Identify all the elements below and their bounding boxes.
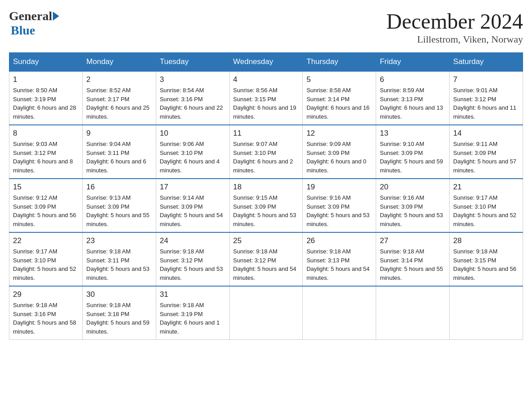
calendar-cell: 15Sunrise: 9:12 AMSunset: 3:09 PMDayligh… <box>9 179 83 232</box>
day-number: 18 <box>233 183 299 192</box>
day-info: Sunrise: 9:03 AMSunset: 3:12 PMDaylight:… <box>13 140 79 175</box>
calendar-cell: 28Sunrise: 9:18 AMSunset: 3:15 PMDayligh… <box>450 232 523 286</box>
calendar-cell: 25Sunrise: 9:18 AMSunset: 3:12 PMDayligh… <box>229 232 303 286</box>
calendar-cell: 16Sunrise: 9:13 AMSunset: 3:09 PMDayligh… <box>82 179 156 232</box>
calendar-week-row: 29Sunrise: 9:18 AMSunset: 3:16 PMDayligh… <box>9 286 523 340</box>
day-info: Sunrise: 9:18 AMSunset: 3:12 PMDaylight:… <box>233 247 299 282</box>
day-number: 11 <box>233 129 299 138</box>
day-info: Sunrise: 9:16 AMSunset: 3:09 PMDaylight:… <box>306 193 372 228</box>
day-info: Sunrise: 9:09 AMSunset: 3:09 PMDaylight:… <box>306 140 372 175</box>
calendar-cell: 24Sunrise: 9:18 AMSunset: 3:12 PMDayligh… <box>156 232 229 286</box>
weekday-header-wednesday: Wednesday <box>229 53 303 72</box>
day-info: Sunrise: 9:04 AMSunset: 3:11 PMDaylight:… <box>86 140 152 175</box>
day-info: Sunrise: 9:12 AMSunset: 3:09 PMDaylight:… <box>13 193 79 228</box>
day-number: 10 <box>160 129 226 138</box>
day-info: Sunrise: 8:56 AMSunset: 3:15 PMDaylight:… <box>233 86 299 121</box>
day-info: Sunrise: 8:59 AMSunset: 3:13 PMDaylight:… <box>380 86 446 121</box>
calendar-cell: 10Sunrise: 9:06 AMSunset: 3:10 PMDayligh… <box>156 125 229 179</box>
calendar-cell: 27Sunrise: 9:18 AMSunset: 3:14 PMDayligh… <box>376 232 450 286</box>
calendar-cell: 12Sunrise: 9:09 AMSunset: 3:09 PMDayligh… <box>303 125 376 179</box>
day-info: Sunrise: 9:17 AMSunset: 3:10 PMDaylight:… <box>13 247 79 282</box>
calendar-cell: 13Sunrise: 9:10 AMSunset: 3:09 PMDayligh… <box>376 125 450 179</box>
day-number: 27 <box>380 236 446 245</box>
calendar-cell: 30Sunrise: 9:18 AMSunset: 3:18 PMDayligh… <box>82 286 156 340</box>
month-title: December 2024 <box>386 9 523 34</box>
day-info: Sunrise: 8:54 AMSunset: 3:16 PMDaylight:… <box>160 86 226 121</box>
day-info: Sunrise: 9:18 AMSunset: 3:14 PMDaylight:… <box>380 247 446 282</box>
day-number: 8 <box>13 129 79 138</box>
day-number: 4 <box>233 75 299 84</box>
day-number: 29 <box>13 290 79 299</box>
calendar-cell: 3Sunrise: 8:54 AMSunset: 3:16 PMDaylight… <box>156 71 229 125</box>
day-info: Sunrise: 9:18 AMSunset: 3:12 PMDaylight:… <box>160 247 226 282</box>
weekday-header-tuesday: Tuesday <box>156 53 229 72</box>
day-info: Sunrise: 9:18 AMSunset: 3:16 PMDaylight:… <box>13 301 79 336</box>
day-info: Sunrise: 9:10 AMSunset: 3:09 PMDaylight:… <box>380 140 446 175</box>
day-info: Sunrise: 9:06 AMSunset: 3:10 PMDaylight:… <box>160 140 226 175</box>
logo-arrow-icon <box>53 12 59 21</box>
day-number: 30 <box>86 290 152 299</box>
day-number: 15 <box>13 183 79 192</box>
day-number: 28 <box>453 236 519 245</box>
day-number: 26 <box>306 236 372 245</box>
calendar-cell: 23Sunrise: 9:18 AMSunset: 3:11 PMDayligh… <box>82 232 156 286</box>
logo-blue-text: Blue <box>9 23 35 38</box>
day-number: 14 <box>453 129 519 138</box>
weekday-header-monday: Monday <box>82 53 156 72</box>
day-number: 25 <box>233 236 299 245</box>
day-info: Sunrise: 9:16 AMSunset: 3:09 PMDaylight:… <box>380 193 446 228</box>
calendar-table: SundayMondayTuesdayWednesdayThursdayFrid… <box>9 52 523 340</box>
calendar-week-row: 22Sunrise: 9:17 AMSunset: 3:10 PMDayligh… <box>9 232 523 286</box>
calendar-cell: 11Sunrise: 9:07 AMSunset: 3:10 PMDayligh… <box>229 125 303 179</box>
day-info: Sunrise: 9:13 AMSunset: 3:09 PMDaylight:… <box>86 193 152 228</box>
calendar-cell <box>376 286 450 340</box>
day-info: Sunrise: 9:07 AMSunset: 3:10 PMDaylight:… <box>233 140 299 175</box>
weekday-header-saturday: Saturday <box>450 53 523 72</box>
calendar-cell <box>229 286 303 340</box>
day-info: Sunrise: 9:18 AMSunset: 3:11 PMDaylight:… <box>86 247 152 282</box>
day-number: 21 <box>453 183 519 192</box>
weekday-header-row: SundayMondayTuesdayWednesdayThursdayFrid… <box>9 53 523 72</box>
calendar-cell: 1Sunrise: 8:50 AMSunset: 3:19 PMDaylight… <box>9 71 83 125</box>
day-number: 16 <box>86 183 152 192</box>
page-header: General Blue December 2024 Lillestrom, V… <box>9 9 523 45</box>
calendar-cell: 4Sunrise: 8:56 AMSunset: 3:15 PMDaylight… <box>229 71 303 125</box>
day-number: 19 <box>306 183 372 192</box>
logo: General Blue <box>9 9 59 38</box>
calendar-cell: 31Sunrise: 9:18 AMSunset: 3:19 PMDayligh… <box>156 286 229 340</box>
day-info: Sunrise: 9:15 AMSunset: 3:09 PMDaylight:… <box>233 193 299 228</box>
calendar-cell: 6Sunrise: 8:59 AMSunset: 3:13 PMDaylight… <box>376 71 450 125</box>
day-info: Sunrise: 9:11 AMSunset: 3:09 PMDaylight:… <box>453 140 519 175</box>
day-info: Sunrise: 9:18 AMSunset: 3:15 PMDaylight:… <box>453 247 519 282</box>
weekday-header-friday: Friday <box>376 53 450 72</box>
day-info: Sunrise: 8:58 AMSunset: 3:14 PMDaylight:… <box>306 86 372 121</box>
day-number: 31 <box>160 290 226 299</box>
calendar-cell: 20Sunrise: 9:16 AMSunset: 3:09 PMDayligh… <box>376 179 450 232</box>
calendar-cell: 29Sunrise: 9:18 AMSunset: 3:16 PMDayligh… <box>9 286 83 340</box>
day-number: 6 <box>380 75 446 84</box>
day-number: 20 <box>380 183 446 192</box>
day-number: 2 <box>86 75 152 84</box>
calendar-week-row: 15Sunrise: 9:12 AMSunset: 3:09 PMDayligh… <box>9 179 523 232</box>
weekday-header-thursday: Thursday <box>303 53 376 72</box>
calendar-cell: 19Sunrise: 9:16 AMSunset: 3:09 PMDayligh… <box>303 179 376 232</box>
day-number: 17 <box>160 183 226 192</box>
day-number: 13 <box>380 129 446 138</box>
location-title: Lillestrom, Viken, Norway <box>386 34 523 45</box>
calendar-cell: 21Sunrise: 9:17 AMSunset: 3:10 PMDayligh… <box>450 179 523 232</box>
day-number: 22 <box>13 236 79 245</box>
logo-general-text: General <box>9 9 52 23</box>
calendar-week-row: 8Sunrise: 9:03 AMSunset: 3:12 PMDaylight… <box>9 125 523 179</box>
day-info: Sunrise: 9:17 AMSunset: 3:10 PMDaylight:… <box>453 193 519 228</box>
day-number: 12 <box>306 129 372 138</box>
calendar-cell <box>450 286 523 340</box>
day-number: 9 <box>86 129 152 138</box>
calendar-cell: 14Sunrise: 9:11 AMSunset: 3:09 PMDayligh… <box>450 125 523 179</box>
calendar-cell: 22Sunrise: 9:17 AMSunset: 3:10 PMDayligh… <box>9 232 83 286</box>
calendar-cell: 17Sunrise: 9:14 AMSunset: 3:09 PMDayligh… <box>156 179 229 232</box>
calendar-cell: 26Sunrise: 9:18 AMSunset: 3:13 PMDayligh… <box>303 232 376 286</box>
calendar-cell: 2Sunrise: 8:52 AMSunset: 3:17 PMDaylight… <box>82 71 156 125</box>
calendar-cell: 18Sunrise: 9:15 AMSunset: 3:09 PMDayligh… <box>229 179 303 232</box>
calendar-cell: 5Sunrise: 8:58 AMSunset: 3:14 PMDaylight… <box>303 71 376 125</box>
day-info: Sunrise: 8:52 AMSunset: 3:17 PMDaylight:… <box>86 86 152 121</box>
